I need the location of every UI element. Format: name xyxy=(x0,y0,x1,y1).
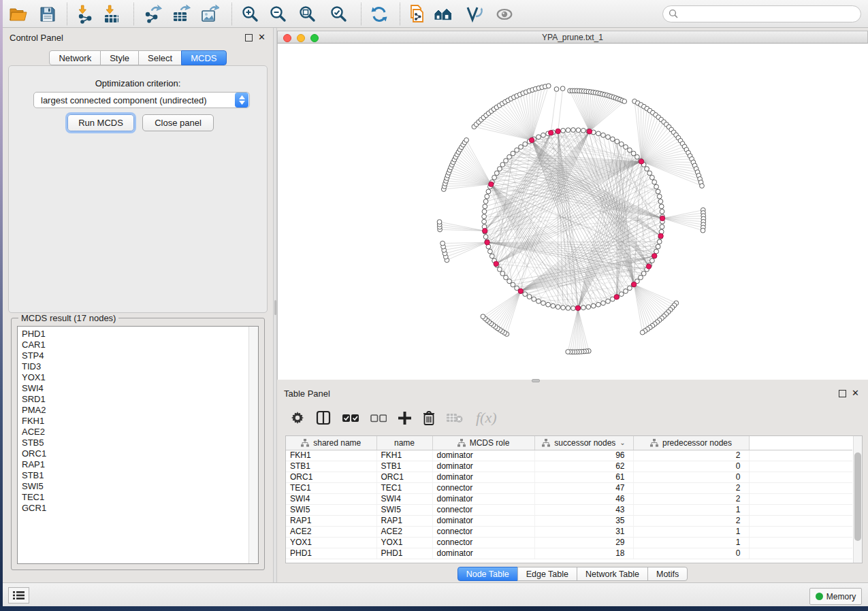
clone-network-icon[interactable] xyxy=(407,5,426,24)
network-node[interactable] xyxy=(504,159,509,163)
cell-shared-name[interactable]: RAP1 xyxy=(286,515,376,526)
cell-successor-nodes[interactable]: 47 xyxy=(534,482,633,493)
network-node[interactable] xyxy=(645,167,649,171)
network-node[interactable] xyxy=(511,282,515,287)
mcds-result-item[interactable]: SWI4 xyxy=(18,383,248,394)
network-node-mcds[interactable] xyxy=(529,137,534,142)
show-column-icon[interactable] xyxy=(316,408,331,427)
network-node[interactable] xyxy=(440,241,445,246)
column-header-successor-nodes[interactable]: successor nodes⌄ xyxy=(534,436,633,450)
memory-button[interactable]: Memory xyxy=(809,588,862,605)
close-panel-button[interactable]: Close panel xyxy=(142,114,214,131)
cell-MCDS-role[interactable]: dominator xyxy=(432,461,534,472)
network-node[interactable] xyxy=(647,171,652,176)
cell-shared-name[interactable]: ORC1 xyxy=(286,472,376,482)
network-node-mcds[interactable] xyxy=(658,233,663,238)
network-node[interactable] xyxy=(658,199,663,204)
network-window-titlebar[interactable]: YPA_prune.txt_1 xyxy=(277,31,868,44)
table-scrollbar-thumb[interactable] xyxy=(854,452,861,541)
mcds-result-item[interactable]: TEC1 xyxy=(18,492,248,503)
cell-shared-name[interactable]: YOX1 xyxy=(286,537,376,548)
deselect-all-checkboxes-icon[interactable] xyxy=(370,408,387,427)
panel-menu-button[interactable] xyxy=(8,587,29,604)
network-node[interactable] xyxy=(483,235,488,240)
network-node-mcds[interactable] xyxy=(652,253,657,258)
network-node[interactable] xyxy=(596,302,601,307)
network-node[interactable] xyxy=(650,259,655,263)
mcds-result-item[interactable]: STB1 xyxy=(18,470,248,481)
network-node[interactable] xyxy=(498,267,502,272)
tab-network[interactable]: Network xyxy=(49,50,101,65)
network-node[interactable] xyxy=(556,305,560,310)
network-node[interactable] xyxy=(504,275,509,280)
cell-shared-name[interactable]: SWI4 xyxy=(286,493,376,504)
network-node[interactable] xyxy=(628,148,632,152)
cell-MCDS-role[interactable]: connector xyxy=(432,482,534,493)
network-node[interactable] xyxy=(507,279,512,284)
network-node[interactable] xyxy=(640,330,645,335)
tab-style[interactable]: Style xyxy=(100,50,139,65)
tab-select[interactable]: Select xyxy=(138,50,182,65)
save-session-icon[interactable] xyxy=(38,5,57,24)
network-node[interactable] xyxy=(624,145,628,150)
network-node[interactable] xyxy=(659,204,664,209)
cell-shared-name[interactable]: PHD1 xyxy=(286,548,376,559)
cell-name[interactable]: STB1 xyxy=(376,461,432,472)
network-node-mcds[interactable] xyxy=(646,264,651,269)
network-node[interactable] xyxy=(571,306,576,311)
network-node[interactable] xyxy=(560,86,565,91)
cell-name[interactable]: FKH1 xyxy=(376,450,432,461)
zoom-fit-icon[interactable] xyxy=(298,5,317,24)
zoom-in-icon[interactable] xyxy=(241,5,260,24)
network-node[interactable] xyxy=(639,275,643,280)
network-node[interactable] xyxy=(437,220,442,225)
network-node[interactable] xyxy=(610,137,615,142)
cell-predecessor-nodes[interactable]: 1 xyxy=(633,504,749,515)
mcds-result-item[interactable]: TID3 xyxy=(18,361,248,372)
network-node[interactable] xyxy=(615,139,620,144)
close-panel-icon[interactable]: ✕ xyxy=(852,388,859,398)
network-node[interactable] xyxy=(483,199,488,204)
mcds-result-item[interactable]: STB5 xyxy=(18,437,248,448)
cell-MCDS-role[interactable]: dominator xyxy=(432,548,534,559)
network-node[interactable] xyxy=(546,302,551,307)
cell-predecessor-nodes[interactable]: 1 xyxy=(633,537,749,548)
network-node[interactable] xyxy=(591,303,596,308)
column-header-predecessor-nodes[interactable]: predecessor nodes xyxy=(633,436,749,450)
network-node[interactable] xyxy=(586,305,591,310)
network-node[interactable] xyxy=(523,292,528,297)
mcds-result-item[interactable]: PHD1 xyxy=(18,329,248,340)
network-node[interactable] xyxy=(481,314,485,319)
network-node[interactable] xyxy=(488,249,493,254)
cell-name[interactable]: SWI5 xyxy=(376,504,432,515)
network-node[interactable] xyxy=(641,271,646,276)
cell-MCDS-role[interactable]: dominator xyxy=(432,515,534,526)
mcds-result-item[interactable]: RAP1 xyxy=(18,459,248,470)
network-node-mcds[interactable] xyxy=(489,182,494,186)
network-node[interactable] xyxy=(489,254,494,259)
cell-shared-name[interactable]: SWI5 xyxy=(286,504,376,515)
cell-shared-name[interactable]: TEC1 xyxy=(286,482,376,493)
cell-MCDS-role[interactable]: dominator xyxy=(432,493,534,504)
splitter-grip[interactable] xyxy=(274,300,276,315)
column-header-shared-name[interactable]: shared name xyxy=(286,436,376,450)
table-row[interactable]: SWI4SWI4dominator462 xyxy=(286,493,852,504)
cell-successor-nodes[interactable]: 18 xyxy=(534,548,633,559)
import-table-icon[interactable] xyxy=(102,5,121,24)
network-node[interactable] xyxy=(652,180,657,184)
network-node[interactable] xyxy=(527,295,532,299)
table-row[interactable]: FKH1FKH1dominator962 xyxy=(286,450,852,461)
network-node[interactable] xyxy=(701,228,705,233)
network-node[interactable] xyxy=(601,133,606,137)
tab-edge-table[interactable]: Edge Table xyxy=(517,567,577,581)
network-node[interactable] xyxy=(482,219,487,224)
cell-MCDS-role[interactable]: connector xyxy=(432,526,534,537)
network-node[interactable] xyxy=(624,289,628,294)
network-node[interactable] xyxy=(561,129,566,133)
network-node[interactable] xyxy=(536,135,541,139)
show-hide-eye-icon[interactable] xyxy=(495,5,514,24)
table-row[interactable]: ACE2ACE2connector311 xyxy=(286,526,852,537)
mcds-result-item[interactable]: CAR1 xyxy=(18,340,248,350)
tab-node-table[interactable]: Node Table xyxy=(457,567,518,581)
cell-successor-nodes[interactable]: 29 xyxy=(534,537,633,548)
